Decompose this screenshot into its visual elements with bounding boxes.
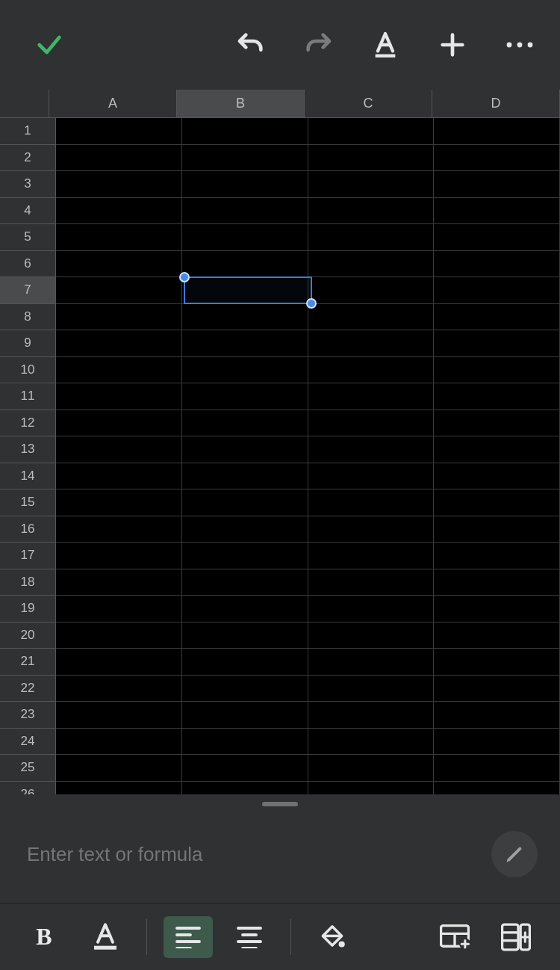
cell-C20[interactable] (308, 623, 435, 649)
row-header-11[interactable]: 11 (0, 383, 56, 410)
cell-B5[interactable] (182, 224, 308, 251)
cell-D10[interactable] (434, 357, 560, 384)
cell-A8[interactable] (56, 304, 182, 331)
cell-D4[interactable] (434, 198, 560, 225)
text-format-button[interactable] (358, 18, 412, 72)
row-header-18[interactable]: 18 (0, 569, 56, 596)
cell-B4[interactable] (182, 198, 308, 225)
row-header-9[interactable]: 9 (0, 330, 56, 357)
cell-B16[interactable] (182, 516, 308, 543)
cell-D16[interactable] (434, 516, 560, 543)
row-header-20[interactable]: 20 (0, 623, 56, 649)
cell-D1[interactable] (434, 118, 560, 145)
cell-B24[interactable] (182, 729, 308, 756)
cell-A1[interactable] (56, 118, 182, 145)
column-header-D[interactable]: D (432, 90, 560, 118)
cell-B21[interactable] (182, 649, 308, 676)
cell-B25[interactable] (182, 755, 308, 782)
cell-B23[interactable] (182, 702, 308, 729)
cell-D19[interactable] (434, 596, 560, 623)
cell-A9[interactable] (56, 330, 182, 357)
cell-B11[interactable] (182, 383, 308, 410)
cell-C13[interactable] (308, 436, 435, 463)
cell-D12[interactable] (434, 410, 560, 437)
row-header-10[interactable]: 10 (0, 357, 56, 384)
cell-A10[interactable] (56, 357, 182, 384)
cell-A7[interactable] (56, 277, 182, 304)
align-left-button[interactable] (164, 916, 213, 958)
cell-A2[interactable] (56, 145, 182, 172)
cell-A18[interactable] (56, 569, 182, 596)
cell-C17[interactable] (308, 543, 435, 569)
cell-C4[interactable] (308, 198, 435, 225)
cell-C23[interactable] (308, 702, 435, 729)
cell-C24[interactable] (308, 729, 435, 756)
row-header-16[interactable]: 16 (0, 516, 56, 543)
cell-B19[interactable] (182, 596, 308, 623)
cell-B9[interactable] (182, 330, 308, 357)
cell-D13[interactable] (434, 436, 560, 463)
cell-C5[interactable] (308, 224, 435, 251)
cell-D14[interactable] (434, 463, 560, 490)
row-header-8[interactable]: 8 (0, 304, 56, 331)
row-header-15[interactable]: 15 (0, 489, 56, 516)
cell-B22[interactable] (182, 676, 308, 702)
cell-A23[interactable] (56, 702, 182, 729)
cell-B18[interactable] (182, 569, 308, 596)
add-button[interactable] (426, 18, 479, 72)
cell-C10[interactable] (308, 357, 435, 384)
cell-A17[interactable] (56, 543, 182, 569)
edit-button[interactable] (491, 831, 538, 877)
cell-A21[interactable] (56, 649, 182, 676)
cell-A11[interactable] (56, 383, 182, 410)
cell-D3[interactable] (434, 171, 560, 198)
cell-C7[interactable] (308, 277, 435, 304)
cell-B14[interactable] (182, 463, 308, 490)
cell-D6[interactable] (434, 251, 560, 278)
row-header-23[interactable]: 23 (0, 702, 56, 729)
cell-A22[interactable] (56, 676, 182, 702)
cell-C25[interactable] (308, 755, 435, 782)
cell-format-button[interactable] (430, 916, 479, 958)
row-header-1[interactable]: 1 (0, 118, 56, 145)
cell-D25[interactable] (434, 755, 560, 782)
row-header-17[interactable]: 17 (0, 543, 56, 569)
row-header-19[interactable]: 19 (0, 596, 56, 623)
column-header-C[interactable]: C (305, 90, 432, 118)
cell-D24[interactable] (434, 729, 560, 756)
row-header-4[interactable]: 4 (0, 198, 56, 225)
row-header-5[interactable]: 5 (0, 224, 56, 251)
cell-C6[interactable] (308, 251, 435, 278)
cell-D15[interactable] (434, 489, 560, 516)
row-header-6[interactable]: 6 (0, 251, 56, 278)
redo-button[interactable] (291, 18, 345, 72)
cell-C1[interactable] (308, 118, 435, 145)
fill-color-button[interactable] (308, 916, 357, 958)
cell-C12[interactable] (308, 410, 435, 437)
cell-A13[interactable] (56, 436, 182, 463)
cell-B13[interactable] (182, 436, 308, 463)
cell-D20[interactable] (434, 623, 560, 649)
cell-D22[interactable] (434, 676, 560, 702)
confirm-button[interactable] (22, 18, 76, 72)
row-header-24[interactable]: 24 (0, 729, 56, 756)
cell-A24[interactable] (56, 729, 182, 756)
cell-D9[interactable] (434, 330, 560, 357)
more-button[interactable] (493, 18, 547, 72)
cell-A14[interactable] (56, 463, 182, 490)
row-header-13[interactable]: 13 (0, 436, 56, 463)
row-header-2[interactable]: 2 (0, 145, 56, 172)
cell-D2[interactable] (434, 145, 560, 172)
row-header-12[interactable]: 12 (0, 410, 56, 437)
cell-A4[interactable] (56, 198, 182, 225)
undo-button[interactable] (224, 18, 278, 72)
row-header-3[interactable]: 3 (0, 171, 56, 198)
cell-C2[interactable] (308, 145, 435, 172)
cell-B2[interactable] (182, 145, 308, 172)
cell-B17[interactable] (182, 543, 308, 569)
cell-B7[interactable] (182, 277, 308, 304)
cell-C3[interactable] (308, 171, 435, 198)
cell-D17[interactable] (434, 543, 560, 569)
text-color-button[interactable] (81, 916, 130, 958)
row-header-7[interactable]: 7 (0, 277, 56, 304)
